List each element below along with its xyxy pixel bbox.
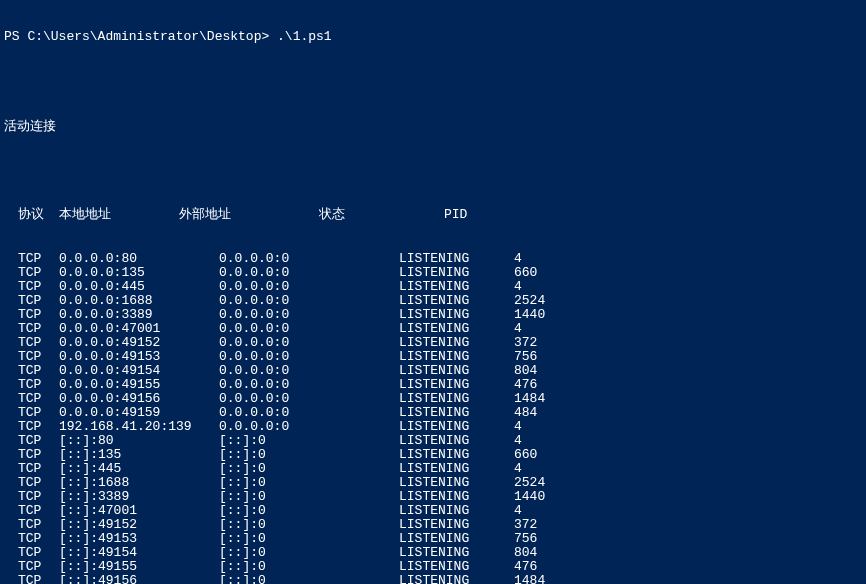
cell-state: LISTENING (399, 560, 514, 574)
cell-state: LISTENING (399, 518, 514, 532)
cell-proto: TCP (4, 266, 59, 280)
cell-proto: TCP (4, 490, 59, 504)
netstat-row: TCP[::]:49155[::]:0LISTENING476 (4, 560, 862, 574)
cell-pid: 660 (514, 448, 594, 462)
cell-local: 0.0.0.0:49154 (59, 364, 219, 378)
cell-state: LISTENING (399, 420, 514, 434)
cell-pid: 804 (514, 364, 594, 378)
cell-state: LISTENING (399, 364, 514, 378)
cell-proto: TCP (4, 378, 59, 392)
netstat-rows: TCP0.0.0.0:800.0.0.0:0LISTENING4TCP0.0.0… (4, 252, 862, 584)
cell-foreign: 0.0.0.0:0 (219, 364, 399, 378)
cell-state: LISTENING (399, 378, 514, 392)
cell-proto: TCP (4, 294, 59, 308)
cell-proto: TCP (4, 322, 59, 336)
cell-proto: TCP (4, 392, 59, 406)
cell-state: LISTENING (399, 406, 514, 420)
cell-state: LISTENING (399, 504, 514, 518)
cell-local: [::]:47001 (59, 504, 219, 518)
cell-proto: TCP (4, 350, 59, 364)
cell-state: LISTENING (399, 546, 514, 560)
cell-local: 0.0.0.0:49159 (59, 406, 219, 420)
netstat-row: TCP0.0.0.0:16880.0.0.0:0LISTENING2524 (4, 294, 862, 308)
cell-state: LISTENING (399, 476, 514, 490)
cell-state: LISTENING (399, 532, 514, 546)
header-pid: PID (444, 208, 524, 222)
netstat-row: TCP[::]:49152[::]:0LISTENING372 (4, 518, 862, 532)
netstat-row: TCP192.168.41.20:1390.0.0.0:0LISTENING4 (4, 420, 862, 434)
cell-proto: TCP (4, 364, 59, 378)
cell-pid: 756 (514, 532, 594, 546)
cell-pid: 4 (514, 280, 594, 294)
cell-foreign: [::]:0 (219, 504, 399, 518)
cell-pid: 4 (514, 504, 594, 518)
cell-foreign: 0.0.0.0:0 (219, 420, 399, 434)
cell-local: 0.0.0.0:49155 (59, 378, 219, 392)
cell-local: [::]:49155 (59, 560, 219, 574)
cell-proto: TCP (4, 280, 59, 294)
netstat-row: TCP0.0.0.0:491550.0.0.0:0LISTENING476 (4, 378, 862, 392)
netstat-row: TCP0.0.0.0:491540.0.0.0:0LISTENING804 (4, 364, 862, 378)
cell-local: [::]:3389 (59, 490, 219, 504)
cell-local: [::]:1688 (59, 476, 219, 490)
cell-proto: TCP (4, 252, 59, 266)
netstat-row: TCP[::]:135[::]:0LISTENING660 (4, 448, 862, 462)
cell-pid: 804 (514, 546, 594, 560)
netstat-row: TCP[::]:49156[::]:0LISTENING1484 (4, 574, 862, 584)
cell-pid: 4 (514, 252, 594, 266)
cell-foreign: [::]:0 (219, 546, 399, 560)
blank-line (4, 74, 862, 88)
cell-local: 0.0.0.0:445 (59, 280, 219, 294)
cell-state: LISTENING (399, 392, 514, 406)
netstat-row: TCP[::]:445[::]:0LISTENING4 (4, 462, 862, 476)
cell-pid: 484 (514, 406, 594, 420)
cell-proto: TCP (4, 448, 59, 462)
cell-proto: TCP (4, 532, 59, 546)
cell-local: 0.0.0.0:49152 (59, 336, 219, 350)
cell-local: 0.0.0.0:49153 (59, 350, 219, 364)
cell-state: LISTENING (399, 490, 514, 504)
netstat-row: TCP0.0.0.0:491530.0.0.0:0LISTENING756 (4, 350, 862, 364)
header-state: 状态 (319, 208, 444, 222)
cell-proto: TCP (4, 336, 59, 350)
netstat-row: TCP[::]:1688[::]:0LISTENING2524 (4, 476, 862, 490)
cell-pid: 2524 (514, 294, 594, 308)
cell-state: LISTENING (399, 322, 514, 336)
cell-state: LISTENING (399, 434, 514, 448)
output-title: 活动连接 (4, 120, 862, 134)
cell-proto: TCP (4, 476, 59, 490)
cell-proto: TCP (4, 308, 59, 322)
cell-foreign: [::]:0 (219, 462, 399, 476)
cell-pid: 476 (514, 378, 594, 392)
cell-pid: 1484 (514, 574, 594, 584)
cell-local: 0.0.0.0:135 (59, 266, 219, 280)
cell-state: LISTENING (399, 574, 514, 584)
cell-pid: 1440 (514, 490, 594, 504)
netstat-row: TCP[::]:49153[::]:0LISTENING756 (4, 532, 862, 546)
cell-state: LISTENING (399, 462, 514, 476)
netstat-header: 协议 本地地址 外部地址 状态 PID (4, 208, 862, 222)
netstat-row: TCP0.0.0.0:4450.0.0.0:0LISTENING4 (4, 280, 862, 294)
cell-state: LISTENING (399, 308, 514, 322)
cell-local: [::]:135 (59, 448, 219, 462)
netstat-row: TCP[::]:49154[::]:0LISTENING804 (4, 546, 862, 560)
powershell-terminal[interactable]: PS C:\Users\Administrator\Desktop> .\1.p… (0, 0, 866, 584)
cell-state: LISTENING (399, 336, 514, 350)
cell-pid: 476 (514, 560, 594, 574)
cell-state: LISTENING (399, 266, 514, 280)
cell-foreign: 0.0.0.0:0 (219, 378, 399, 392)
cell-local: [::]:49154 (59, 546, 219, 560)
cell-foreign: [::]:0 (219, 490, 399, 504)
cell-foreign: 0.0.0.0:0 (219, 266, 399, 280)
cell-local: 192.168.41.20:139 (59, 420, 219, 434)
cell-pid: 4 (514, 434, 594, 448)
cell-foreign: 0.0.0.0:0 (219, 406, 399, 420)
cell-foreign: 0.0.0.0:0 (219, 336, 399, 350)
cell-local: 0.0.0.0:49156 (59, 392, 219, 406)
cell-proto: TCP (4, 560, 59, 574)
cell-pid: 4 (514, 420, 594, 434)
cell-foreign: [::]:0 (219, 574, 399, 584)
cell-foreign: 0.0.0.0:0 (219, 252, 399, 266)
cell-foreign: [::]:0 (219, 560, 399, 574)
cell-state: LISTENING (399, 294, 514, 308)
